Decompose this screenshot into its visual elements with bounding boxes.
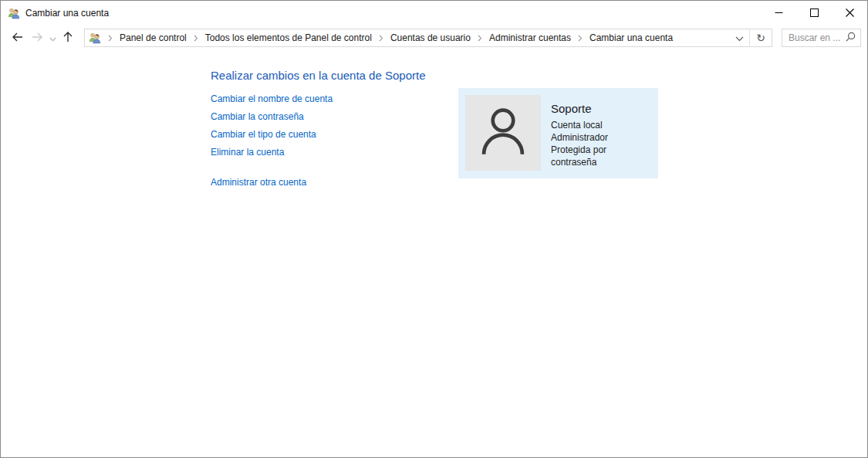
address-dropdown-button[interactable]	[729, 29, 749, 46]
account-password-status: Protegida por contraseña	[551, 144, 651, 168]
chevron-down-icon	[735, 32, 744, 44]
breadcrumb-item-todos-los-elementos[interactable]: Todos los elementos de Panel de control	[201, 32, 376, 43]
maximize-button[interactable]	[796, 1, 832, 25]
search-submit-button[interactable]	[840, 29, 860, 46]
arrow-up-icon	[62, 30, 74, 46]
address-bar[interactable]: Panel de control Todos los elementos de …	[84, 29, 772, 47]
chevron-right-icon	[376, 35, 387, 42]
search-input[interactable]	[782, 32, 840, 43]
close-button[interactable]	[832, 1, 867, 25]
window-controls	[761, 1, 867, 25]
window-title: Cambiar una cuenta	[25, 8, 109, 19]
up-button[interactable]	[58, 27, 78, 49]
arrow-right-icon	[31, 31, 44, 46]
link-eliminar-cuenta[interactable]: Eliminar la cuenta	[211, 147, 284, 158]
refresh-icon: ↻	[756, 32, 765, 43]
link-cambiar-contrasena[interactable]: Cambiar la contraseña	[211, 111, 304, 122]
avatar	[465, 95, 541, 171]
arrow-left-icon	[11, 31, 24, 46]
main-content: Realizar cambios en la cuenta de Soporte…	[1, 50, 867, 195]
link-cambiar-nombre[interactable]: Cambiar el nombre de cuenta	[211, 93, 333, 104]
breadcrumb-item-cambiar-una-cuenta[interactable]: Cambiar una cuenta	[586, 32, 677, 43]
control-panel-window: Cambiar una cuenta	[0, 0, 868, 458]
maximize-icon	[810, 8, 819, 19]
search-box	[782, 29, 861, 47]
close-icon	[846, 8, 854, 19]
breadcrumb-item-administrar-cuentas[interactable]: Administrar cuentas	[485, 32, 575, 43]
link-cambiar-tipo[interactable]: Cambiar el tipo de cuenta	[211, 129, 316, 140]
link-administrar-otra-cuenta[interactable]: Administrar otra cuenta	[211, 177, 306, 188]
page-title: Realizar cambios en la cuenta de Soporte	[211, 69, 867, 82]
minimize-icon	[775, 8, 783, 19]
account-card: Soporte Cuenta local Administrador Prote…	[458, 88, 658, 178]
minimize-button[interactable]	[761, 1, 796, 25]
navigation-toolbar: Panel de control Todos los elementos de …	[1, 25, 867, 50]
refresh-button[interactable]: ↻	[750, 29, 772, 46]
search-icon	[846, 32, 856, 44]
user-accounts-icon	[8, 7, 20, 19]
breadcrumb-item-cuentas-de-usuario[interactable]: Cuentas de usuario	[387, 32, 475, 43]
account-role: Administrador	[551, 131, 651, 144]
forward-button[interactable]	[27, 27, 47, 49]
account-name: Soporte	[551, 102, 651, 115]
titlebar: Cambiar una cuenta	[1, 1, 867, 25]
chevron-right-icon	[191, 35, 201, 42]
chevron-right-icon	[475, 35, 485, 42]
chevron-right-icon	[575, 35, 586, 42]
chevron-down-icon	[49, 32, 56, 44]
chevron-right-icon	[105, 35, 116, 42]
account-info: Soporte Cuenta local Administrador Prote…	[551, 95, 651, 171]
person-outline-icon	[473, 101, 533, 165]
account-type-local: Cuenta local	[551, 119, 651, 131]
back-button[interactable]	[7, 27, 27, 49]
address-location-icon[interactable]	[85, 29, 105, 46]
breadcrumb-item-panel-de-control[interactable]: Panel de control	[116, 32, 191, 43]
recent-pages-dropdown[interactable]	[47, 27, 58, 49]
